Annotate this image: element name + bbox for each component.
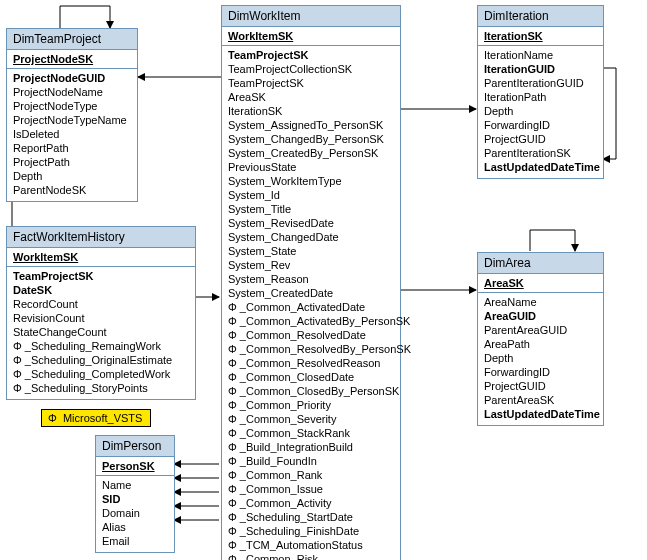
field: System_AssignedTo_PersonSK (228, 118, 394, 132)
field: Φ _Common_ResolvedBy_PersonSK (228, 342, 394, 356)
field: Φ _Build_FoundIn (228, 454, 394, 468)
field: Φ _Common_Issue (228, 482, 394, 496)
field: ReportPath (13, 141, 131, 155)
field: StateChangeCount (13, 325, 189, 339)
field: Φ _Scheduling_OriginalEstimate (13, 353, 189, 367)
field: ParentIterationSK (484, 146, 597, 160)
field: Φ _Common_Activity (228, 496, 394, 510)
field: Name (102, 478, 168, 492)
primary-key: ProjectNodeSK (7, 50, 137, 69)
field: System_ChangedBy_PersonSK (228, 132, 394, 146)
field: System_CreatedBy_PersonSK (228, 146, 394, 160)
field: System_Id (228, 188, 394, 202)
field: System_Rev (228, 258, 394, 272)
field: Φ _Scheduling_FinishDate (228, 524, 394, 538)
primary-key: WorkItemSK (7, 248, 195, 267)
table-title: DimWorkItem (222, 6, 400, 27)
field: Email (102, 534, 168, 548)
field: SID (102, 492, 168, 506)
field: Φ _Scheduling_RemaingWork (13, 339, 189, 353)
field: RecordCount (13, 297, 189, 311)
field: ParentNodeSK (13, 183, 131, 197)
field: System_State (228, 244, 394, 258)
field: ParentAreaSK (484, 393, 597, 407)
field: Φ _Common_ActivatedDate (228, 300, 394, 314)
field: ProjectGUID (484, 132, 597, 146)
field: Φ _Common_ClosedDate (228, 370, 394, 384)
table-title: FactWorkItemHistory (7, 227, 195, 248)
field: ProjectGUID (484, 379, 597, 393)
field: DateSK (13, 283, 189, 297)
field: IterationName (484, 48, 597, 62)
primary-key: IterationSK (478, 27, 603, 46)
field: LastUpdatedDateTime (484, 407, 597, 421)
field: Domain (102, 506, 168, 520)
field: System_WorkItemType (228, 174, 394, 188)
field: PreviousState (228, 160, 394, 174)
field: System_CreatedDate (228, 286, 394, 300)
field: TeamProjectSK (13, 269, 189, 283)
field: Φ _Common_Severity (228, 412, 394, 426)
field: Φ _Common_Rank (228, 468, 394, 482)
legend-text: Microsoft_VSTS (63, 412, 142, 424)
field: AreaGUID (484, 309, 597, 323)
field: LastUpdatedDateTime (484, 160, 597, 174)
table-factworkitemhistory: FactWorkItemHistory WorkItemSK TeamProje… (6, 226, 196, 400)
table-dimteamproject: DimTeamProject ProjectNodeSK ProjectNode… (6, 28, 138, 202)
table-dimiteration: DimIteration IterationSK IterationNameIt… (477, 5, 604, 179)
field: AreaName (484, 295, 597, 309)
field: ProjectNodeType (13, 99, 131, 113)
field: Φ _Scheduling_CompletedWork (13, 367, 189, 381)
field: IterationSK (228, 104, 394, 118)
field: TeamProjectCollectionSK (228, 62, 394, 76)
field-list: IterationNameIterationGUIDParentIteratio… (478, 46, 603, 178)
table-dimarea: DimArea AreaSK AreaNameAreaGUIDParentAre… (477, 252, 604, 426)
field: Φ _Common_Priority (228, 398, 394, 412)
primary-key: PersonSK (96, 457, 174, 476)
table-dimperson: DimPerson PersonSK NameSIDDomainAliasEma… (95, 435, 175, 553)
primary-key: WorkItemSK (222, 27, 400, 46)
field: TeamProjectSK (228, 48, 394, 62)
field: System_Title (228, 202, 394, 216)
field: Depth (13, 169, 131, 183)
field: Φ _Common_ClosedBy_PersonSK (228, 384, 394, 398)
field: Φ _Common_ResolvedReason (228, 356, 394, 370)
field-list: NameSIDDomainAliasEmail (96, 476, 174, 552)
field: IterationPath (484, 90, 597, 104)
field: Φ _Scheduling_StoryPoints (13, 381, 189, 395)
field: AreaSK (228, 90, 394, 104)
field-list: TeamProjectSKDateSKRecordCountRevisionCo… (7, 267, 195, 399)
field: Φ _Common_ActivatedBy_PersonSK (228, 314, 394, 328)
field-list: AreaNameAreaGUIDParentAreaGUIDAreaPathDe… (478, 293, 603, 425)
field: Alias (102, 520, 168, 534)
field: ForwardingID (484, 118, 597, 132)
table-title: DimTeamProject (7, 29, 137, 50)
field: Depth (484, 104, 597, 118)
field: ProjectNodeName (13, 85, 131, 99)
primary-key: AreaSK (478, 274, 603, 293)
field: ForwardingID (484, 365, 597, 379)
table-title: DimPerson (96, 436, 174, 457)
field: TeamProjectSK (228, 76, 394, 90)
field-list: TeamProjectSKTeamProjectCollectionSKTeam… (222, 46, 400, 560)
table-dimworkitem: DimWorkItem WorkItemSK TeamProjectSKTeam… (221, 5, 401, 560)
field-list: ProjectNodeGUIDProjectNodeNameProjectNod… (7, 69, 137, 201)
field: Φ _Scheduling_StartDate (228, 510, 394, 524)
field: ProjectPath (13, 155, 131, 169)
field: ProjectNodeTypeName (13, 113, 131, 127)
field: AreaPath (484, 337, 597, 351)
field: RevisionCount (13, 311, 189, 325)
field: Φ _Build_IntegrationBuild (228, 440, 394, 454)
field: ProjectNodeGUID (13, 71, 131, 85)
table-title: DimArea (478, 253, 603, 274)
field: Φ _Common_ResolvedDate (228, 328, 394, 342)
field: Φ _TCM_AutomationStatus (228, 538, 394, 552)
table-title: DimIteration (478, 6, 603, 27)
legend-microsoft-vsts: Φ Microsoft_VSTS (41, 409, 151, 427)
field: ParentIterationGUID (484, 76, 597, 90)
field: System_Reason (228, 272, 394, 286)
field: IsDeleted (13, 127, 131, 141)
field: ParentAreaGUID (484, 323, 597, 337)
field: System_RevisedDate (228, 216, 394, 230)
field: Φ _Common_StackRank (228, 426, 394, 440)
